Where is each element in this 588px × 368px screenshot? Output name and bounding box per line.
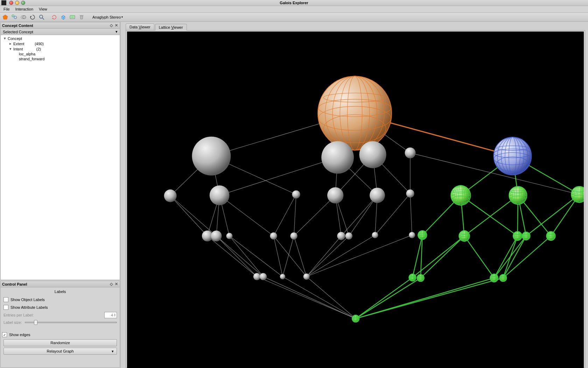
panel-close-button[interactable]: ✕ <box>114 282 118 286</box>
window-close-button[interactable] <box>9 1 13 5</box>
viewer-frame <box>126 30 585 368</box>
toolbar-btn-5[interactable] <box>38 13 46 21</box>
chevron-down-icon[interactable]: ▾ <box>115 29 118 34</box>
svg-line-85 <box>282 277 356 319</box>
relayout-graph-button[interactable]: Relayout Graph ▾ <box>4 348 117 355</box>
stereo-dropdown[interactable]: Anaglyph Stereo ▾ <box>90 14 125 20</box>
cube-icon <box>60 14 66 20</box>
tree-leaf-loc-alpha[interactable]: · loc_alpha <box>1 52 120 56</box>
svg-line-71 <box>307 235 375 277</box>
svg-point-6 <box>40 15 43 18</box>
svg-point-2 <box>14 16 17 19</box>
toolbar: Anaglyph Stereo ▾ <box>0 13 588 22</box>
svg-line-41 <box>274 195 296 236</box>
menu-file[interactable]: File <box>1 6 12 12</box>
screenshot-icon <box>69 14 76 20</box>
show-edges-checkbox[interactable]: ✓ <box>2 332 7 337</box>
svg-line-67 <box>282 236 294 277</box>
right-pane: Data Viewer Lattice Viewer <box>121 22 588 368</box>
toolbar-btn-1[interactable] <box>1 13 9 21</box>
svg-line-53 <box>461 195 517 236</box>
reload-icon <box>51 14 57 20</box>
svg-rect-15 <box>80 15 84 16</box>
svg-point-152 <box>409 232 415 238</box>
svg-line-68 <box>294 236 307 277</box>
window-minimize-button[interactable] <box>15 1 19 5</box>
app-icon <box>1 0 6 5</box>
svg-point-165 <box>226 233 232 239</box>
svg-point-116 <box>292 190 300 198</box>
label-size-label: Label size: <box>4 320 22 325</box>
svg-line-46 <box>341 195 377 236</box>
svg-line-81 <box>503 236 526 278</box>
svg-point-115 <box>406 190 414 198</box>
svg-line-86 <box>307 277 356 319</box>
control-panel: Control Panel ◇ ✕ Labels Show Object Lab… <box>0 281 120 368</box>
toolbar-btn-7[interactable] <box>59 13 67 21</box>
show-object-labels-checkbox[interactable] <box>4 297 8 302</box>
svg-line-90 <box>356 278 503 319</box>
concept-content-panel: Concept Content ◇ ✕ Selected Concept ▾ ▾… <box>0 22 120 280</box>
spinner-buttons[interactable]: ▲▼ <box>114 313 116 317</box>
svg-line-35 <box>170 196 208 236</box>
panel-detach-button[interactable]: ◇ <box>109 282 113 286</box>
tree-node-concept[interactable]: ▾ Concept <box>1 36 120 41</box>
slider-thumb[interactable] <box>34 320 37 325</box>
expander-icon[interactable]: ▾ <box>3 36 7 41</box>
menubar: File Interaction View <box>0 6 588 13</box>
show-object-labels-label: Show Object Labels <box>10 298 45 302</box>
overlap-icon <box>20 14 27 20</box>
menu-interaction[interactable]: Interaction <box>13 6 35 12</box>
show-attribute-labels-checkbox[interactable] <box>4 305 8 310</box>
lattice-viewer-canvas[interactable] <box>127 32 584 368</box>
svg-line-50 <box>410 193 412 235</box>
concept-tree: ▾ Concept ▸ Extent (490) ▾ Intent (2) · … <box>1 35 120 280</box>
toolbar-btn-8[interactable] <box>69 13 76 21</box>
toolbar-btn-2[interactable] <box>10 13 18 21</box>
svg-rect-14 <box>71 16 74 18</box>
panel-close-button[interactable]: ✕ <box>114 23 118 28</box>
svg-point-167 <box>290 232 298 240</box>
tab-data-viewer[interactable]: Data Viewer <box>126 23 154 30</box>
concept-content-title: Concept Content <box>2 23 33 28</box>
svg-line-88 <box>356 278 421 319</box>
svg-point-91 <box>318 76 392 150</box>
viewer-tabs: Data Viewer Lattice Viewer <box>126 22 588 30</box>
window-zoom-button[interactable] <box>21 1 25 5</box>
expander-icon[interactable]: ▸ <box>8 41 13 46</box>
svg-point-212 <box>280 274 285 279</box>
svg-point-101 <box>405 148 416 158</box>
expander-icon[interactable]: ▾ <box>8 47 13 51</box>
toolbar-btn-3[interactable] <box>20 13 27 21</box>
menu-view[interactable]: View <box>37 6 49 12</box>
mesh-icon <box>11 14 18 20</box>
tree-node-extent[interactable]: ▸ Extent (490) <box>1 41 120 46</box>
panel-detach-button[interactable]: ◇ <box>109 23 113 28</box>
svg-marker-0 <box>3 15 8 19</box>
tab-lattice-viewer[interactable]: Lattice Viewer <box>155 24 187 30</box>
labels-section-title: Labels <box>4 289 117 295</box>
tree-node-intent[interactable]: ▾ Intent (2) <box>1 46 120 52</box>
svg-point-1 <box>12 15 14 17</box>
tree-leaf-strand-forward[interactable]: · strand_forward <box>1 56 120 61</box>
svg-line-36 <box>170 196 216 236</box>
label-size-slider[interactable] <box>25 320 117 325</box>
toolbar-btn-9[interactable] <box>78 13 85 21</box>
svg-line-69 <box>307 236 341 277</box>
svg-point-169 <box>345 232 353 240</box>
svg-line-76 <box>421 236 464 278</box>
svg-line-63 <box>229 236 263 277</box>
randomize-button[interactable]: Randomize <box>4 339 117 346</box>
chevron-down-icon: ▾ <box>112 349 114 354</box>
svg-point-150 <box>164 190 177 202</box>
stereo-label: Anaglyph Stereo <box>92 15 121 19</box>
svg-line-43 <box>294 195 336 236</box>
svg-line-66 <box>274 236 307 277</box>
svg-point-114 <box>321 141 354 174</box>
svg-line-61 <box>216 236 257 277</box>
entries-per-label-spinner[interactable]: 4 ▲▼ <box>104 312 117 318</box>
svg-line-87 <box>356 278 412 319</box>
toolbar-btn-6[interactable] <box>50 13 58 21</box>
svg-marker-8 <box>52 18 54 19</box>
toolbar-btn-4[interactable] <box>29 13 36 21</box>
